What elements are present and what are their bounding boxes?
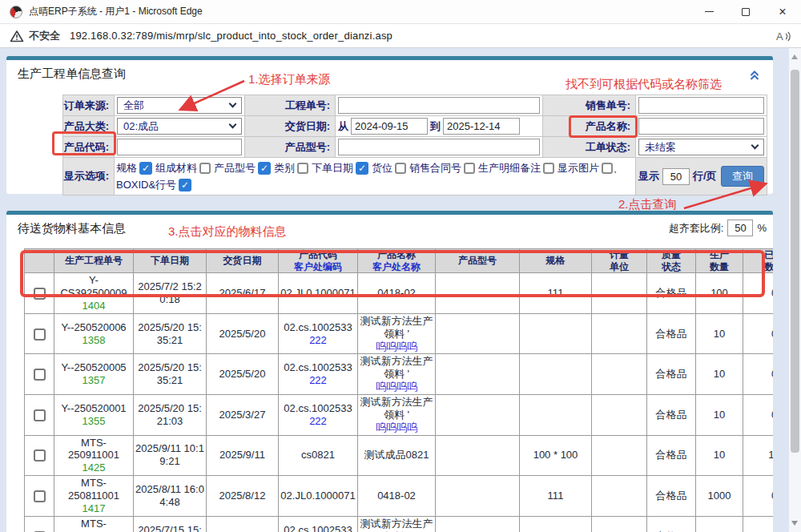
maximize-icon <box>742 8 750 16</box>
cell-product-code: cs0821 <box>279 435 358 476</box>
date-from-input[interactable]: 2024-09-15 <box>351 118 428 135</box>
checkbox-unchecked-icon[interactable] <box>464 163 475 174</box>
query-panel-title: 生产工程单信息查询 <box>18 66 126 82</box>
warning-triangle-icon[interactable] <box>10 30 24 42</box>
cell-quality: 合格品 <box>647 435 696 476</box>
cell-order-no: Y--2505200051357 <box>54 354 134 395</box>
cell-quality: 合格品 <box>647 394 696 435</box>
product-code-input[interactable] <box>117 139 242 155</box>
page-scrollbar[interactable] <box>789 48 801 532</box>
row-checkbox[interactable] <box>34 328 46 341</box>
product-category-value: 02:成品 <box>123 119 159 134</box>
display-option[interactable]: 生产明细备注 <box>478 161 554 175</box>
cell-in-qty: 0 <box>743 273 774 314</box>
display-option[interactable]: 显示图片、 <box>557 161 623 175</box>
checkbox-checked-icon[interactable]: ✓ <box>139 162 152 175</box>
display-option[interactable]: 组成材料 <box>155 161 211 175</box>
close-icon: × <box>779 6 786 18</box>
annotation-step2: 2.点击查询 <box>618 197 677 212</box>
display-option[interactable]: 规格✓ <box>116 161 152 175</box>
cell-qty: 10 <box>696 435 743 476</box>
cell-delivery-date: 2025/9/11 <box>207 435 279 476</box>
display-option-label: 显示图片 <box>557 161 599 175</box>
cell-spec: 100 * 100 <box>520 435 592 476</box>
close-button[interactable]: × <box>764 0 801 23</box>
cell-quality: 合格品 <box>647 273 696 314</box>
cell-qty: 10 <box>696 394 743 435</box>
product-name-input[interactable] <box>638 118 764 135</box>
material-row[interactable]: Y--25052000613582025/5/20 15:35:212025/5… <box>25 313 774 354</box>
pager-show-label: 显示 <box>638 169 659 183</box>
checkbox-unchecked-icon[interactable] <box>297 163 308 174</box>
scrollbar-down-icon[interactable] <box>791 521 798 526</box>
cell-product-model <box>436 313 520 354</box>
read-aloud-icon[interactable]: A <box>775 30 791 42</box>
date-to-input[interactable]: 2025-12-14 <box>443 118 520 135</box>
maximize-button[interactable] <box>727 0 764 23</box>
cell-delivery-date: 2025/5/20 <box>207 354 279 395</box>
cell-quality: 合格品 <box>647 354 696 395</box>
checkbox-unchecked-icon[interactable] <box>395 163 406 174</box>
display-option[interactable]: 产品型号✓ <box>214 161 271 175</box>
material-row[interactable]: MTS-25081100114172025/8/11 16:04:482025/… <box>25 476 774 517</box>
column-header: 生产数量 <box>696 249 743 273</box>
row-checkbox[interactable] <box>34 288 46 300</box>
display-option[interactable]: 类别 <box>274 161 308 175</box>
row-checkbox[interactable] <box>34 369 46 381</box>
cell-product-model <box>436 394 520 435</box>
project-no-input[interactable] <box>338 97 540 114</box>
scrollbar-up-icon[interactable] <box>791 54 798 59</box>
column-header: 已入数量 <box>743 249 774 273</box>
security-label[interactable]: 不安全 <box>29 29 60 43</box>
delivery-panel: 待送货物料基本信息 超齐套比例: 50 % 生产工程单号下单日期交货日期产品代码… <box>6 211 773 532</box>
scrollbar-thumb[interactable] <box>791 70 799 453</box>
cell-product-name: 测试成品0821 <box>358 435 436 476</box>
row-checkbox[interactable] <box>34 449 46 461</box>
date-to-prefix: 到 <box>430 119 441 134</box>
order-source-value: 全部 <box>123 99 144 113</box>
minimize-button[interactable] <box>690 0 727 23</box>
cell-product-name: 0418-02 <box>358 273 436 314</box>
project-no-label: 工程单号: <box>245 95 336 116</box>
collapse-double-chevron-up-icon[interactable] <box>749 70 760 84</box>
checkbox-checked-icon[interactable]: ✓ <box>356 162 368 175</box>
ratio-input[interactable]: 50 <box>727 220 753 236</box>
display-option[interactable]: BOXID&行号✓ <box>116 178 191 192</box>
url-text[interactable]: 192.168.0.32:789/mis/mrp/slc_product_int… <box>70 30 392 42</box>
annotation-arrow-2 <box>679 178 771 212</box>
checkbox-unchecked-icon[interactable] <box>543 163 554 174</box>
cell-in-qty: 0 <box>743 516 774 532</box>
order-status-select[interactable]: 未结案 <box>638 139 764 155</box>
cell-order-no: Y--2505200011355 <box>54 394 134 435</box>
material-row[interactable]: Y--25052000113552025/5/20 15:21:032025/3… <box>25 394 774 435</box>
cell-delivery-date: 2025/7/19 <box>207 516 279 532</box>
chevron-down-icon <box>229 121 237 129</box>
material-row[interactable]: Y--25052000513572025/5/20 15:35:212025/5… <box>25 354 774 395</box>
product-category-select[interactable]: 02:成品 <box>117 118 242 135</box>
product-model-input[interactable] <box>338 139 540 155</box>
display-option[interactable]: 销售合同号 <box>409 161 475 175</box>
checkbox-unchecked-icon[interactable] <box>199 163 211 174</box>
column-header: 产品型号 <box>436 249 520 273</box>
checkbox-checked-icon[interactable]: ✓ <box>258 162 271 175</box>
window-controls: × <box>690 0 801 23</box>
chevron-down-icon <box>751 142 759 150</box>
ratio-unit: % <box>757 222 767 234</box>
material-row[interactable]: Y-CS39250000914042025/7/2 15:20:182025/6… <box>25 273 774 314</box>
cell-product-model <box>436 354 520 395</box>
material-row[interactable]: MTS-25091100114252025/9/11 10:19:212025/… <box>25 435 774 476</box>
cell-product-code: 02.cs.1002533222 <box>279 394 358 435</box>
sales-no-input[interactable] <box>638 97 764 114</box>
cell-in-qty: 0 <box>743 313 774 354</box>
cell-select <box>25 435 54 476</box>
display-option[interactable]: 货位 <box>372 161 406 175</box>
row-checkbox[interactable] <box>34 409 46 421</box>
checkbox-checked-icon[interactable]: ✓ <box>179 179 191 191</box>
svg-text:A: A <box>776 30 783 42</box>
cell-unit <box>592 273 647 314</box>
material-row[interactable]: MTS-25071500314132025/7/15 15:16:122025/… <box>25 516 774 532</box>
product-name-label: 产品名称: <box>543 116 636 137</box>
row-checkbox[interactable] <box>34 490 46 502</box>
display-option[interactable]: 下单日期✓ <box>312 161 368 175</box>
checkbox-unchecked-icon[interactable] <box>602 163 613 174</box>
